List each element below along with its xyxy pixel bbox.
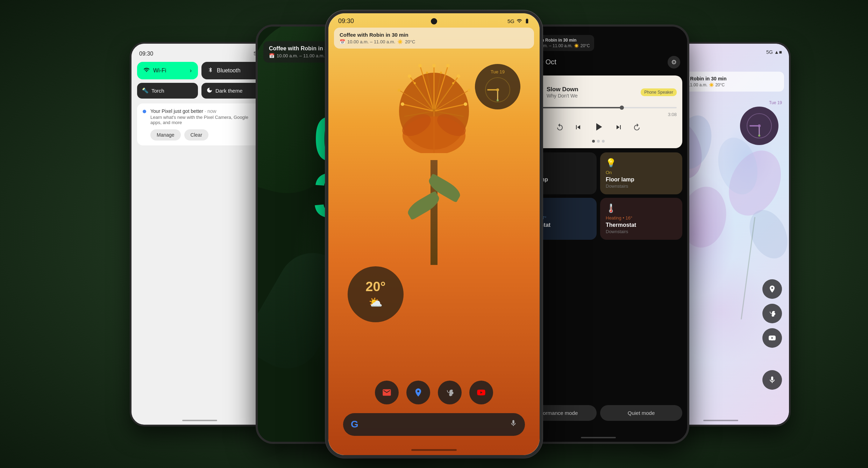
time-row: 2:20 3:08	[520, 112, 677, 117]
camera-notch	[431, 18, 437, 24]
app-dock	[375, 381, 493, 404]
far-left-time: 09:30	[139, 51, 153, 57]
skip-forward-button[interactable]	[614, 123, 623, 134]
svg-point-18	[468, 89, 470, 92]
youtube-icon[interactable]	[469, 381, 493, 404]
fr-clock-face	[745, 112, 773, 140]
notification-shade: 09:30 5G Wi-Fi ›	[131, 44, 268, 152]
progress-dot	[620, 106, 624, 110]
weather-widget: 20° ⛅	[348, 266, 404, 322]
manage-button[interactable]: Manage	[150, 129, 181, 141]
fr-maps-icon[interactable]	[762, 279, 782, 299]
fr-clock-day: Tue 19	[769, 100, 782, 105]
svg-point-11	[408, 74, 411, 78]
fr-youtube-icon[interactable]	[762, 328, 782, 348]
bluetooth-icon	[208, 67, 213, 74]
fr-home-indicator	[703, 420, 738, 421]
wifi-tile[interactable]: Wi-Fi ›	[137, 62, 198, 79]
torch-tile[interactable]: 🔦 Torch	[137, 83, 198, 99]
floor-lamp-tile[interactable]: 💡 On Floor lamp Downstairs	[600, 152, 682, 194]
flower-head	[396, 55, 472, 153]
clock-day: Tue 19	[491, 69, 505, 74]
quick-tiles-row-1: Wi-Fi › Bluetooth	[137, 62, 262, 79]
svg-point-14	[446, 64, 450, 67]
battery-icon	[524, 18, 530, 24]
phone-center: 09:30 5G Coffee with Robin in 30 min 📅 1…	[326, 10, 542, 458]
torch-label: Torch	[151, 88, 164, 94]
clear-button[interactable]: Clear	[184, 129, 208, 141]
mic-icon[interactable]	[510, 419, 517, 429]
dot-2	[597, 140, 600, 143]
wifi-label: Wi-Fi	[153, 67, 166, 74]
phones-container: 09:30 5G Wi-Fi ›	[0, 0, 868, 468]
far-left-screen: 09:30 5G Wi-Fi ›	[131, 44, 268, 425]
wifi-icon	[143, 67, 150, 74]
dot-1	[592, 140, 595, 143]
quiet-mode-button[interactable]: Quiet mode	[600, 405, 682, 421]
flower-art	[382, 55, 486, 265]
progress-bar[interactable]	[520, 107, 677, 108]
dot-3	[602, 140, 605, 143]
dark-theme-tile[interactable]: Dark theme	[201, 83, 262, 99]
notif-dot	[143, 110, 146, 113]
phone-far-left: 09:30 5G Wi-Fi ›	[130, 42, 270, 426]
notif-content: Your Pixel just got better · now Learn w…	[150, 108, 257, 141]
thermostat-heat-tile[interactable]: 🌡️ Heating • 16° Thermostat Downstairs	[600, 198, 682, 240]
music-top: Slow Down Why Don't We Phone Speaker	[520, 81, 677, 103]
music-dots	[520, 140, 677, 143]
torch-icon: 🔦	[142, 87, 149, 94]
signal-icon	[517, 18, 522, 24]
fan-icon[interactable]	[438, 381, 462, 404]
music-info: Slow Down Why Don't We	[547, 86, 636, 99]
center-notif-temp: 20°C	[405, 39, 415, 44]
time-total: 3:08	[668, 112, 677, 117]
google-logo: G	[351, 419, 358, 430]
svg-point-27	[426, 72, 428, 74]
svg-point-37	[497, 99, 499, 101]
floor-lamp-name: Floor lamp	[606, 177, 677, 183]
fr-fan-icon[interactable]	[762, 304, 782, 323]
replay-button[interactable]	[556, 123, 564, 134]
speaker-badge: Phone Speaker	[641, 88, 677, 96]
pixel-notification: Your Pixel just got better · now Learn w…	[137, 103, 262, 145]
settings-gear[interactable]: ⚙	[668, 56, 680, 69]
thermo-heat-icon: 🌡️	[606, 203, 677, 213]
search-bar[interactable]: G	[343, 413, 525, 436]
music-title: Slow Down	[547, 86, 636, 93]
fr-dock	[762, 279, 782, 348]
maps-icon[interactable]	[406, 381, 430, 404]
center-notif-details: 📅 10.00 a.m. – 11.00 a.m. ☀️ 20°C	[340, 39, 528, 44]
notif-body: Learn what's new with the Pixel Camera, …	[150, 115, 257, 125]
weather-icon: ⛅	[369, 296, 383, 309]
notif-title: Your Pixel just got better · now	[150, 108, 257, 114]
rc-home-indicator	[581, 437, 616, 438]
center-home-indicator	[411, 449, 457, 451]
gmail-icon[interactable]	[375, 381, 399, 404]
center-status-icons: 5G	[507, 18, 530, 24]
play-button[interactable]	[592, 121, 605, 136]
center-time: 09:30	[338, 17, 354, 25]
svg-point-12	[401, 102, 404, 106]
svg-point-36	[496, 88, 499, 91]
notif-actions: Manage Clear	[150, 129, 257, 141]
fr-signal: 5G ▲■	[766, 49, 782, 55]
bluetooth-tile[interactable]: Bluetooth	[201, 62, 262, 79]
forward-button[interactable]	[633, 123, 641, 134]
wifi-arrow: ›	[190, 67, 192, 74]
far-left-home-indicator	[182, 420, 217, 421]
bluetooth-label: Bluetooth	[217, 67, 241, 74]
center-screen: 09:30 5G Coffee with Robin in 30 min 📅 1…	[328, 13, 540, 455]
fr-mic-icon[interactable]	[762, 370, 782, 390]
center-notification: Coffee with Robin in 30 min 📅 10.00 a.m.…	[334, 28, 534, 49]
fr-clock-widget: Tue 19	[740, 107, 778, 145]
center-notif-time: 10.00 a.m. – 11.00 a.m.	[347, 39, 395, 44]
svg-point-19	[398, 89, 400, 92]
svg-point-29	[414, 82, 416, 84]
thermo-heat-status: Heating • 16°	[606, 215, 677, 221]
dark-theme-icon	[206, 87, 213, 94]
svg-point-8	[432, 64, 436, 67]
far-left-status-bar: 09:30 5G	[137, 51, 262, 57]
svg-point-13	[418, 64, 422, 67]
thermo-heat-location: Downstairs	[606, 229, 677, 234]
skip-back-button[interactable]	[574, 123, 582, 134]
